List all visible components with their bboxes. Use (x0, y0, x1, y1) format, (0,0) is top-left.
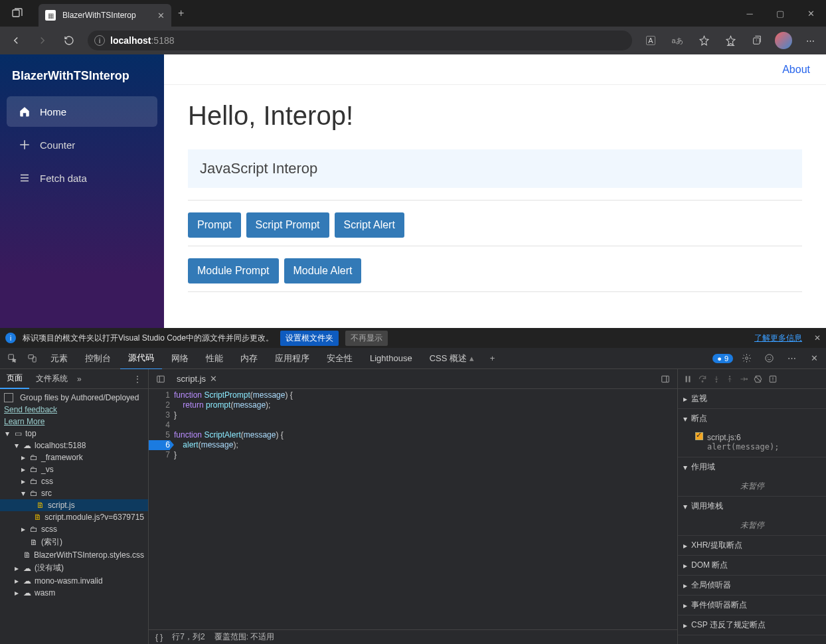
window-maximize-icon[interactable]: ▢ (765, 0, 795, 27)
sidebar-item-home[interactable]: Home (7, 96, 157, 127)
deactivate-breakpoints-icon[interactable] (754, 374, 763, 384)
toggle-debugger-icon[interactable] (656, 370, 675, 388)
dbg-csp-header[interactable]: ▸CSP 违反了规定断点 (678, 615, 826, 635)
favorites-hub-icon[interactable] (718, 30, 742, 51)
sidebar-item-counter[interactable]: Counter (7, 129, 157, 160)
divider (188, 246, 802, 246)
dbg-dom-header[interactable]: ▸DOM 断点 (678, 556, 826, 575)
profile-avatar[interactable] (772, 30, 795, 51)
browser-tab[interactable]: ▦ BlazerWithTSInterop ✕ (39, 4, 171, 27)
tree-src[interactable]: ▾🗀src (0, 487, 148, 499)
refresh-button[interactable] (57, 30, 81, 51)
code-editor[interactable]: 1234567 function ScriptPrompt(message) {… (149, 389, 677, 629)
send-feedback-link[interactable]: Send feedback (4, 405, 57, 414)
step-out-icon[interactable] (726, 374, 734, 384)
tab-security[interactable]: 安全性 (319, 348, 361, 369)
url-host: localhost (110, 35, 151, 46)
tree-nodomain[interactable]: ▸☁(没有域) (0, 561, 148, 575)
url-input[interactable]: i localhost:5188 (88, 31, 632, 50)
module-prompt-button[interactable]: Module Prompt (188, 258, 279, 283)
script-prompt-button[interactable]: Script Prompt (246, 212, 329, 238)
tree-mono[interactable]: ▸☁mono-wasm.invalid (0, 575, 148, 587)
tab-css-overview[interactable]: CSS 概述 ▴ (422, 348, 482, 369)
menu-dots-icon[interactable]: ⋯ (798, 30, 822, 51)
tab-console[interactable]: 控制台 (77, 348, 119, 369)
tree-scriptjs[interactable]: 🗎script.js (0, 499, 148, 511)
tabs-overview-icon[interactable] (5, 3, 29, 24)
sidebar-item-fetch[interactable]: Fetch data (7, 163, 157, 193)
home-icon (19, 106, 31, 118)
issues-badge[interactable]: ● 9 (712, 354, 733, 363)
tab-network[interactable]: 网络 (163, 348, 197, 369)
learn-more-link[interactable]: 了解更多信息 (754, 333, 802, 344)
settings-gear-icon[interactable] (737, 349, 756, 368)
tab-lighthouse[interactable]: Lighthouse (362, 349, 420, 368)
tab-close-icon[interactable]: ✕ (157, 11, 165, 21)
tree-top[interactable]: ▾▭top (0, 428, 148, 440)
dbg-watch-header[interactable]: ▸监视 (678, 389, 826, 408)
reading-mode-icon[interactable]: A (639, 30, 663, 51)
step-into-icon[interactable] (712, 374, 720, 384)
dont-show-button[interactable]: 不再显示 (345, 331, 388, 346)
device-toggle-icon[interactable] (23, 349, 41, 368)
tree-css[interactable]: ▸🗀css (0, 475, 148, 487)
translate-icon[interactable]: aあ (665, 30, 689, 51)
about-link[interactable]: About (782, 64, 810, 76)
pause-icon[interactable] (683, 374, 693, 384)
dbg-breakpoints-header[interactable]: ▾断点 (678, 409, 826, 428)
learn-more-link-2[interactable]: Learn More (4, 417, 44, 426)
pretty-print-icon[interactable]: { } (155, 633, 163, 642)
close-icon[interactable]: ✕ (210, 374, 217, 384)
step-icon[interactable] (739, 374, 748, 384)
module-alert-button[interactable]: Module Alert (284, 258, 362, 283)
fp-more-tabs-icon[interactable]: » (77, 374, 82, 384)
back-button[interactable] (4, 30, 28, 51)
tab-title: BlazerWithTSInterop (62, 11, 151, 20)
new-tab-button[interactable]: + (178, 7, 184, 19)
tree-styles[interactable]: 🗎BlazerWithTSInterop.styles.css (0, 549, 148, 561)
dbg-xhr-header[interactable]: ▸XHR/提取断点 (678, 536, 826, 555)
forward-button[interactable] (31, 30, 54, 51)
fp-tab-filesystem[interactable]: 文件系统 (29, 369, 74, 388)
tree-host[interactable]: ▾☁localhost:5188 (0, 440, 148, 451)
window-close-icon[interactable]: ✕ (795, 0, 826, 27)
infobar-close-icon[interactable]: ✕ (814, 333, 821, 343)
tree-index[interactable]: 🗎(索引) (0, 535, 148, 549)
fp-groupby[interactable]: Group files by Authored/Deployed (0, 392, 148, 404)
tab-memory[interactable]: 内存 (232, 348, 266, 369)
inspect-icon[interactable] (3, 349, 21, 368)
fp-menu-icon[interactable]: ⋮ (127, 374, 148, 384)
plus-icon (19, 139, 31, 151)
svg-point-13 (729, 376, 730, 377)
add-tab-icon[interactable]: + (483, 349, 502, 368)
site-info-icon[interactable]: i (94, 35, 105, 46)
script-alert-button[interactable]: Script Alert (335, 212, 404, 238)
step-over-icon[interactable] (698, 374, 707, 384)
tab-elements[interactable]: 元素 (42, 348, 76, 369)
dbg-event-header[interactable]: ▸事件侦听器断点 (678, 596, 826, 615)
dbg-global-header[interactable]: ▸全局侦听器 (678, 576, 826, 595)
tree-scriptmod[interactable]: 🗎script.module.js?v=6379715 (0, 511, 148, 523)
prompt-button[interactable]: Prompt (188, 212, 241, 238)
fp-tab-page[interactable]: 页面 (0, 368, 29, 389)
pause-exceptions-icon[interactable] (768, 374, 778, 384)
breakpoint-item[interactable]: script.js:6 alert(message); (678, 428, 826, 457)
tab-application[interactable]: 应用程序 (267, 348, 317, 369)
tab-performance[interactable]: 性能 (198, 348, 231, 369)
tree-scss[interactable]: ▸🗀scss (0, 523, 148, 535)
dbg-scope-header[interactable]: ▾作用域 (678, 457, 826, 477)
code-tab-scriptjs[interactable]: script.js✕ (170, 371, 224, 386)
toggle-navigator-icon[interactable] (151, 370, 170, 388)
window-minimize-icon[interactable]: ─ (734, 0, 765, 27)
tree-framework[interactable]: ▸🗀_framework (0, 451, 148, 463)
set-root-button[interactable]: 设置根文件夹 (280, 331, 339, 346)
collections-icon[interactable] (745, 30, 769, 51)
feedback-icon[interactable] (760, 349, 778, 368)
tree-vs[interactable]: ▸🗀_vs (0, 463, 148, 475)
tab-sources[interactable]: 源代码 (120, 347, 162, 370)
tree-wasm[interactable]: ▸☁wasm (0, 587, 148, 599)
dbg-callstack-header[interactable]: ▾调用堆栈 (678, 497, 826, 516)
devtools-more-icon[interactable]: ⋯ (782, 349, 801, 368)
favorite-star-icon[interactable] (692, 30, 716, 51)
devtools-close-icon[interactable]: ✕ (805, 349, 823, 368)
